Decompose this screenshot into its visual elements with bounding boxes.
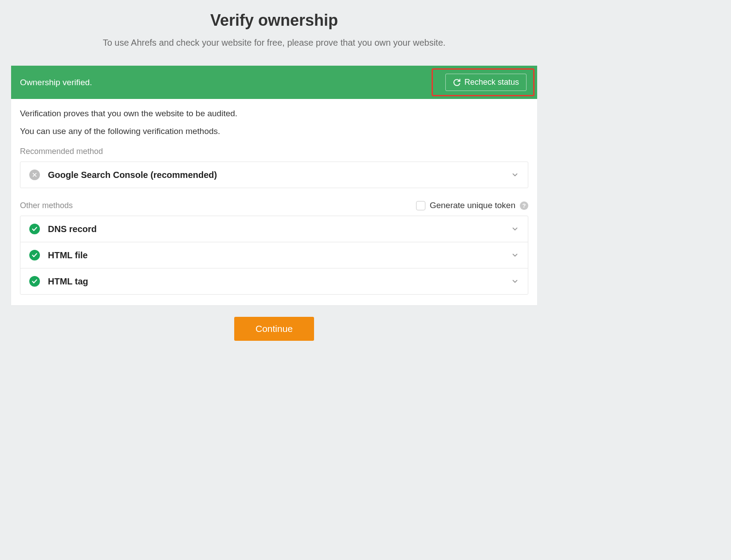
chevron-down-icon	[511, 225, 519, 233]
continue-button[interactable]: Continue	[234, 317, 314, 341]
check-circle-icon	[29, 224, 40, 234]
method-title: Google Search Console (recommended)	[48, 170, 511, 180]
refresh-icon	[453, 79, 461, 87]
status-message: Ownership verified.	[20, 78, 92, 87]
check-circle-icon	[29, 276, 40, 287]
x-circle-icon	[29, 170, 40, 180]
method-title: HTML tag	[48, 276, 511, 287]
other-methods-accordion: DNS record HTML file	[20, 216, 528, 295]
method-google-search-console[interactable]: Google Search Console (recommended)	[20, 162, 528, 188]
chevron-down-icon	[511, 251, 519, 259]
status-bar: Ownership verified. Recheck status	[11, 66, 537, 99]
recheck-status-button[interactable]: Recheck status	[445, 74, 527, 91]
body-text-2: You can use any of the following verific…	[20, 126, 528, 136]
check-circle-icon	[29, 250, 40, 260]
method-html-file[interactable]: HTML file	[20, 242, 528, 268]
recheck-label: Recheck status	[464, 78, 519, 87]
generate-token-control: Generate unique token ?	[416, 201, 528, 210]
chevron-down-icon	[511, 171, 519, 179]
generate-token-label: Generate unique token	[430, 201, 515, 210]
method-html-tag[interactable]: HTML tag	[20, 268, 528, 294]
page-title: Verify ownership	[11, 11, 537, 30]
verify-card: Ownership verified. Recheck status Verif…	[11, 66, 537, 305]
body-text-1: Verification proves that you own the web…	[20, 109, 528, 118]
chevron-down-icon	[511, 277, 519, 285]
method-title: HTML file	[48, 250, 511, 260]
method-dns-record[interactable]: DNS record	[20, 216, 528, 242]
help-icon[interactable]: ?	[520, 201, 528, 210]
page-subtitle: To use Ahrefs and check your website for…	[11, 38, 537, 48]
other-section-label: Other methods	[20, 201, 73, 210]
method-title: DNS record	[48, 224, 511, 234]
recommended-accordion: Google Search Console (recommended)	[20, 162, 528, 188]
recommended-section-label: Recommended method	[20, 147, 528, 156]
generate-token-checkbox[interactable]	[416, 201, 425, 210]
